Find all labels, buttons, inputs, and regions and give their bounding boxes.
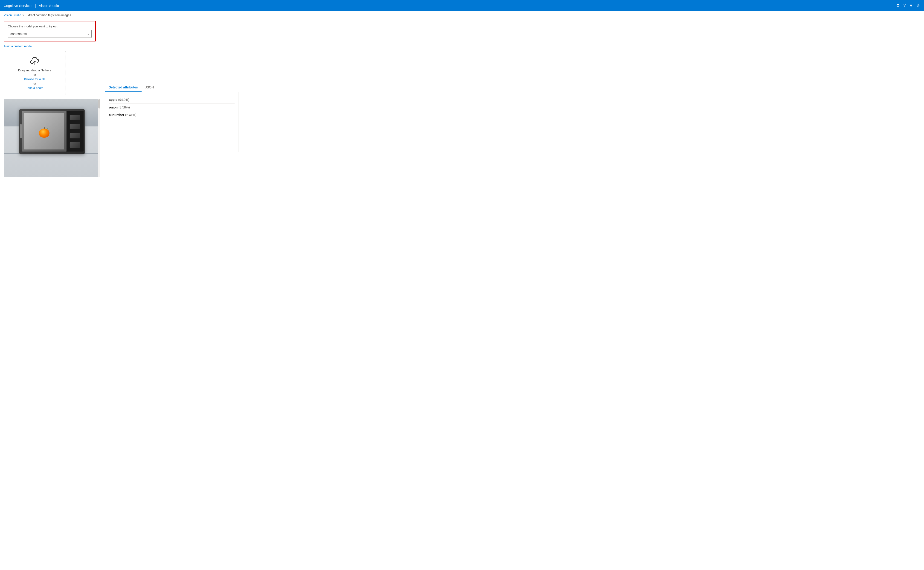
microwave-door <box>22 111 66 151</box>
model-selection-box: Choose the model you want to try out con… <box>4 21 96 41</box>
microwave-control-panel <box>67 111 84 151</box>
topbar-icons: ⚙ ? ∨ ☺ <box>896 3 920 8</box>
microwave-body <box>19 109 85 154</box>
browse-for-file-link[interactable]: Browse for a file <box>24 77 45 81</box>
breadcrumb-separator: > <box>23 13 24 17</box>
topbar: Cognitive Services | Vision Studio ⚙ ? ∨… <box>0 0 924 11</box>
topbar-divider: | <box>35 3 36 8</box>
attribute-item-cucumber: cucumber (2.41%) <box>109 111 235 119</box>
main-content: Choose the model you want to try out con… <box>0 19 924 181</box>
attribute-score-onion: (3.58%) <box>119 106 130 109</box>
file-drop-zone[interactable]: Drag and drop a file here or Browse for … <box>4 51 66 95</box>
settings-icon[interactable]: ⚙ <box>896 3 900 8</box>
model-select[interactable]: contosotest model2 model3 <box>8 30 92 38</box>
help-icon[interactable]: ? <box>904 3 906 8</box>
scrollbar-track <box>98 99 100 177</box>
attributes-panel: apple (94.0%) onion (3.58%) cucumber (2.… <box>105 92 238 152</box>
drop-or-2: or <box>34 82 36 85</box>
panel-button-2 <box>70 124 80 129</box>
left-panel: Choose the model you want to try out con… <box>4 21 100 177</box>
scrollbar-thumb[interactable] <box>98 99 100 109</box>
apple-object <box>39 129 49 138</box>
kitchen-image <box>4 99 100 177</box>
attribute-score-apple: (94.0%) <box>118 98 129 101</box>
panel-button-3 <box>70 133 80 138</box>
attribute-name-cucumber: cucumber <box>109 113 124 117</box>
breadcrumb: Vision Studio > Extract common tags from… <box>0 11 924 19</box>
upload-icon <box>30 57 40 66</box>
user-icon[interactable]: ☺ <box>916 3 920 8</box>
app-name-label: Vision Studio <box>39 4 59 8</box>
microwave-interior <box>24 113 64 149</box>
tab-detected-attributes[interactable]: Detected attributes <box>105 83 142 92</box>
result-tabs: Detected attributes JSON <box>105 83 920 92</box>
breadcrumb-home[interactable]: Vision Studio <box>4 13 21 17</box>
topbar-brand-area: Cognitive Services | Vision Studio <box>4 3 59 8</box>
take-photo-link[interactable]: Take a photo <box>26 86 43 90</box>
tab-json[interactable]: JSON <box>142 83 157 92</box>
panel-button-4 <box>70 142 80 147</box>
image-preview-container <box>4 99 100 177</box>
model-select-wrapper: contosotest model2 model3 ⌄ <box>8 30 92 38</box>
right-panel: Detected attributes JSON apple (94.0%) o… <box>105 21 920 177</box>
drag-drop-text: Drag and drop a file here <box>18 69 51 72</box>
attribute-item-apple: apple (94.0%) <box>109 96 235 104</box>
breadcrumb-current: Extract common tags from images <box>26 13 71 17</box>
attribute-item-onion: onion (3.58%) <box>109 104 235 111</box>
attribute-name-onion: onion <box>109 106 118 109</box>
door-handle <box>20 124 22 138</box>
drop-or-1: or <box>34 73 36 77</box>
panel-button-1 <box>70 115 80 120</box>
chevron-down-icon[interactable]: ∨ <box>909 3 912 8</box>
model-select-label: Choose the model you want to try out <box>8 25 92 28</box>
attribute-score-cucumber: (2.41%) <box>125 113 136 117</box>
brand-label: Cognitive Services <box>4 4 32 8</box>
train-custom-model-link[interactable]: Train a custom model <box>4 44 32 48</box>
attribute-name-apple: apple <box>109 98 118 101</box>
